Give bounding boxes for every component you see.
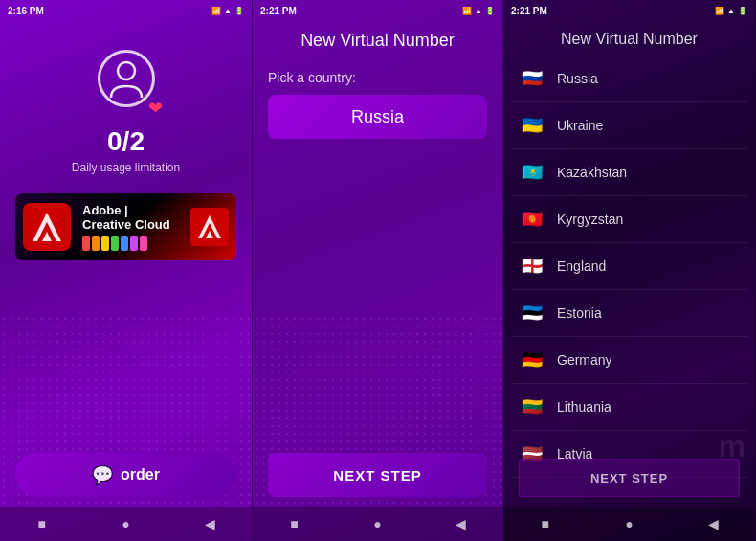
- country-name-text: Kazakhstan: [557, 165, 627, 180]
- wifi-icon: ▲: [224, 7, 232, 15]
- country-name-text: England: [557, 259, 606, 274]
- next-step-label-2: NEXT STEP: [333, 467, 421, 484]
- wifi-icon-2: ▲: [475, 7, 482, 15]
- phone-screen-3: 2:21 PM 📶 ▲ 🔋 New Virtual Number 🇷🇺Russi…: [503, 0, 755, 541]
- order-button[interactable]: 💬 order: [15, 453, 236, 497]
- usage-count: 0/2: [107, 126, 145, 157]
- country-flag-icon: 🇷🇺: [519, 65, 545, 92]
- country-list-item[interactable]: 🏴󠁧󠁢󠁥󠁮󠁧󠁿England: [511, 243, 747, 290]
- pick-country-label: Pick a country:: [268, 70, 487, 85]
- status-time-1: 2:16 PM: [8, 6, 44, 16]
- next-step-button-2[interactable]: NEXT STEP: [268, 453, 487, 497]
- nav-bar-1: ■ ● ◀: [0, 507, 252, 541]
- country-flag-icon: 🇩🇪: [519, 347, 545, 373]
- ad-brand-text: Adobe | Creative Cloud: [82, 203, 179, 232]
- country-list-item[interactable]: 🇰🇿Kazakhstan: [511, 149, 747, 196]
- country-name-text: Estonia: [557, 305, 602, 321]
- avatar-circle: [98, 50, 155, 107]
- nav-circle-1[interactable]: ●: [116, 514, 135, 533]
- nav-bar-3: ■ ● ◀: [503, 507, 755, 541]
- wifi-icon-3: ▲: [727, 7, 735, 15]
- screen-title-3: New Virtual Number: [503, 31, 755, 48]
- next-step-button-3[interactable]: NEXT STEP: [519, 459, 740, 497]
- adobe-logo-icon: [23, 203, 71, 251]
- country-name-text: Germany: [557, 352, 612, 368]
- status-bar-2: 2:21 PM 📶 ▲ 🔋: [253, 0, 502, 21]
- country-flag-icon: 🇺🇦: [519, 112, 545, 139]
- phone1-main-content: ❤ 0/2 Daily usage limitation Adobe | Cre…: [0, 21, 252, 507]
- country-name-text: Kyrgyzstan: [557, 212, 623, 227]
- country-flag-icon: 🇰🇬: [519, 206, 545, 233]
- signal-icon-3: 📶: [715, 7, 724, 15]
- country-flag-icon: 🇰🇿: [519, 159, 545, 186]
- signal-icon-2: 📶: [462, 7, 472, 15]
- nav-square-3[interactable]: ■: [536, 514, 555, 533]
- status-icons-1: 📶 ▲ 🔋: [211, 7, 244, 15]
- country-name-text: Ukraine: [557, 118, 603, 133]
- phone3-main-content: New Virtual Number 🇷🇺Russia🇺🇦Ukraine🇰🇿Ka…: [503, 21, 755, 507]
- country-list-item[interactable]: 🇰🇬Kyrgyzstan: [511, 196, 747, 243]
- nav-circle-3[interactable]: ●: [619, 514, 638, 533]
- phone2-main-content: New Virtual Number Pick a country: Russi…: [253, 21, 502, 507]
- phone-screen-1: 2:16 PM 📶 ▲ 🔋 ❤ 0/2 Daily usage limitati…: [0, 0, 252, 541]
- adobe-a-icon: [33, 213, 61, 241]
- status-time-3: 2:21 PM: [511, 6, 547, 16]
- phone-screen-2: 2:21 PM 📶 ▲ 🔋 New Virtual Number Pick a …: [252, 0, 503, 541]
- country-list-item[interactable]: 🇱🇹Lithuania: [511, 384, 747, 431]
- svg-point-0: [118, 62, 135, 79]
- battery-icon-3: 🔋: [738, 7, 747, 15]
- person-icon: [105, 57, 147, 100]
- country-flag-icon: 🇱🇹: [519, 394, 545, 420]
- status-bar-1: 2:16 PM 📶 ▲ 🔋: [0, 0, 252, 21]
- next-step-label-3: NEXT STEP: [590, 471, 668, 485]
- nav-bar-2: ■ ● ◀: [253, 507, 502, 541]
- ad-banner[interactable]: Adobe | Creative Cloud: [15, 193, 236, 260]
- nav-square-1[interactable]: ■: [33, 514, 52, 533]
- country-list-item[interactable]: 🇺🇦Ukraine: [511, 102, 747, 149]
- ad-text-area: Adobe | Creative Cloud: [78, 199, 183, 255]
- heart-icon: ❤: [148, 98, 163, 119]
- screen-title-2: New Virtual Number: [268, 31, 487, 51]
- adobe-right-logo-icon: [190, 208, 229, 246]
- usage-label: Daily usage limitation: [72, 161, 180, 174]
- country-flag-icon: 🏴󠁧󠁢󠁥󠁮󠁧󠁿: [519, 253, 545, 280]
- battery-icon: 🔋: [234, 7, 244, 15]
- status-icons-3: 📶 ▲ 🔋: [715, 7, 747, 15]
- nav-circle-2[interactable]: ●: [368, 514, 388, 533]
- nav-back-1[interactable]: ◀: [200, 514, 219, 533]
- selected-country-text: Russia: [351, 107, 404, 127]
- country-dropdown[interactable]: Russia: [268, 95, 487, 139]
- country-name-text: Lithuania: [557, 399, 611, 415]
- adobe-right-a-icon: [198, 215, 221, 238]
- battery-icon-2: 🔋: [485, 7, 495, 15]
- avatar-inner: [100, 53, 152, 104]
- status-time-2: 2:21 PM: [260, 6, 297, 16]
- country-flag-icon: 🇪🇪: [519, 300, 545, 327]
- status-bar-3: 2:21 PM 📶 ▲ 🔋: [503, 0, 755, 21]
- nav-back-3[interactable]: ◀: [703, 514, 723, 533]
- sms-icon: 💬: [92, 464, 113, 485]
- country-list-item[interactable]: 🇩🇪Germany: [511, 337, 747, 384]
- country-list-item[interactable]: 🇷🇺Russia: [511, 56, 747, 102]
- country-name-text: Russia: [557, 71, 598, 86]
- country-list: 🇷🇺Russia🇺🇦Ukraine🇰🇿Kazakhstan🇰🇬Kyrgyzsta…: [503, 56, 755, 497]
- country-list-item[interactable]: 🇪🇪Estonia: [511, 290, 747, 337]
- status-icons-2: 📶 ▲ 🔋: [462, 7, 495, 15]
- nav-square-2[interactable]: ■: [285, 514, 304, 533]
- order-btn-label: order: [121, 466, 160, 484]
- nav-back-2[interactable]: ◀: [452, 514, 471, 533]
- signal-icon: 📶: [211, 7, 221, 15]
